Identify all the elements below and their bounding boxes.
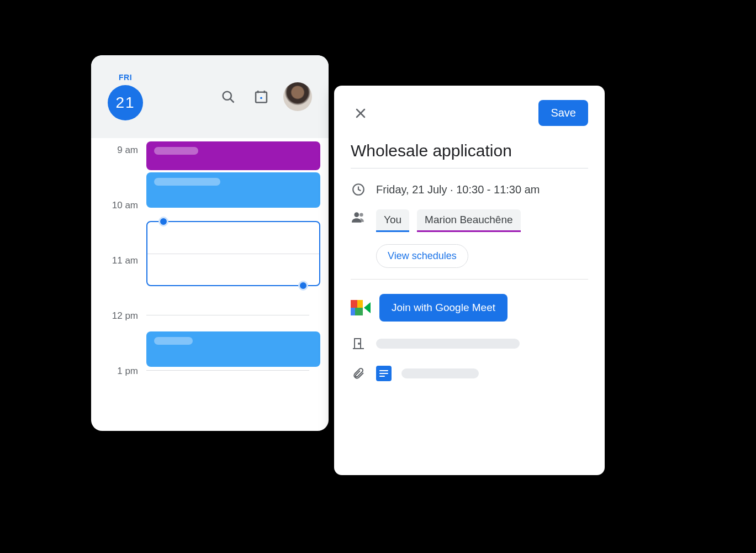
svg-point-13 [358,343,360,344]
hour-label: 12 pm [99,310,138,322]
hour-label: 9 am [99,145,138,156]
save-button[interactable]: Save [538,100,588,126]
close-icon[interactable] [351,103,371,123]
paperclip-icon [351,366,366,381]
google-meet-row: Join with Google Meet [351,294,588,322]
selection-handle-end[interactable] [298,281,308,291]
location-placeholder [376,339,520,349]
calendar-event[interactable] [146,141,320,170]
people-icon [351,209,366,225]
hour-label: 1 pm [99,366,138,377]
event-datetime-text: Friday, 21 July · 10:30 - 11:30 am [376,183,540,196]
svg-line-1 [230,99,234,102]
hour-label: 11 am [99,255,138,266]
day-of-week-label: FRI [119,73,132,82]
hour-gridline [146,315,309,315]
docs-icon[interactable] [376,366,392,381]
event-datetime-row[interactable]: Friday, 21 July · 10:30 - 11:30 am [351,182,588,197]
calendar-today-icon[interactable] [250,86,272,108]
current-date[interactable]: FRI 21 [108,73,143,120]
clock-icon [351,182,366,197]
svg-point-0 [223,92,231,100]
calendar-header: FRI 21 [91,55,329,138]
new-event-selection[interactable] [146,221,320,286]
attendee-chip-you[interactable]: You [376,209,409,232]
attachment-placeholder [401,368,479,378]
half-hour-gridline [147,254,319,254]
calendar-timeline[interactable]: 9 am 10 am 11 am 12 pm 1 pm [91,138,329,431]
event-title-input[interactable]: Wholesale application [351,141,588,168]
calendar-event[interactable] [146,172,320,208]
svg-point-10 [360,213,363,217]
svg-point-5 [260,97,262,99]
hour-label: 10 am [99,200,138,211]
section-divider [351,279,588,280]
event-title-placeholder [154,337,193,345]
calendar-day-view: FRI 21 9 am 10 am 11 am 12 pm [91,55,329,431]
event-title-placeholder [154,178,220,186]
google-meet-icon [351,300,369,315]
svg-point-9 [354,212,359,217]
location-row[interactable] [351,336,588,351]
view-schedules-button[interactable]: View schedules [376,244,468,268]
join-google-meet-button[interactable]: Join with Google Meet [379,294,507,322]
avatar[interactable] [283,82,312,111]
room-icon [351,336,366,351]
calendar-event[interactable] [146,331,320,367]
event-title-placeholder [154,147,198,155]
attachment-row[interactable] [351,366,588,381]
date-number: 21 [108,85,143,120]
hour-gridline [146,370,309,371]
search-icon[interactable] [217,86,239,108]
event-people-row: You Marion Beauchêne [351,209,588,232]
event-editor-panel: Save Wholesale application Friday, 21 Ju… [334,86,605,475]
attendee-chip-guest[interactable]: Marion Beauchêne [417,209,521,232]
selection-handle-start[interactable] [158,217,168,227]
